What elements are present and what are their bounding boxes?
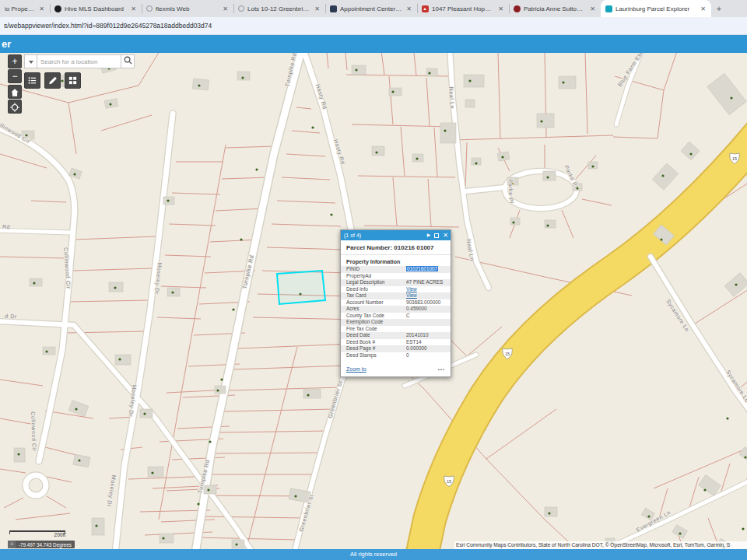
scale-bar: 200ft xyxy=(9,530,65,537)
field-value xyxy=(406,319,451,326)
tab-close-icon[interactable]: ✕ xyxy=(700,5,707,12)
browser-tab[interactable]: Patricia Anne Sutton (3 Lots on✕ xyxy=(509,0,601,17)
svg-text:15: 15 xyxy=(447,479,451,484)
zoom-to-link[interactable]: Zoom to xyxy=(346,366,366,372)
field-value: EST14 xyxy=(406,339,451,346)
field-value: 903683.000000 xyxy=(406,299,451,306)
basemap-button[interactable] xyxy=(65,72,81,89)
street-label: d Dr xyxy=(5,313,17,320)
zoom-out-button[interactable]: − xyxy=(8,69,22,83)
tab-title: Laurinburg Parcel Explorer xyxy=(615,5,696,12)
popup-row: PINID01021601007 xyxy=(341,266,451,273)
tab-close-icon[interactable]: ✕ xyxy=(222,5,229,12)
svg-text:15: 15 xyxy=(732,156,737,161)
street-label: Parke Pl xyxy=(507,179,514,203)
popup-row: Acres0.459000 xyxy=(341,306,451,313)
field-label: Fire Tax Code xyxy=(341,326,406,333)
basemap-grid-icon xyxy=(67,75,79,86)
legend-button[interactable] xyxy=(24,72,40,89)
tab-favicon xyxy=(422,5,429,12)
deed-info-link[interactable]: View xyxy=(406,286,417,292)
new-tab-button[interactable]: + xyxy=(711,0,727,17)
search-button[interactable] xyxy=(121,54,135,68)
tab-close-icon[interactable]: ✕ xyxy=(38,5,45,12)
scale-bar-label: 200ft xyxy=(9,532,65,537)
more-actions-icon[interactable]: ••• xyxy=(438,367,445,372)
app-title: er xyxy=(0,38,11,50)
selected-parcel-outline[interactable] xyxy=(277,271,325,304)
tab-favicon xyxy=(54,5,61,12)
highlighted-value: 01021601007 xyxy=(406,266,438,271)
popup-row: Deed Book #EST14 xyxy=(341,339,451,346)
tab-close-icon[interactable]: ✕ xyxy=(589,5,596,12)
browser-tab[interactable]: io Property Mana✕ xyxy=(0,0,50,17)
popup-title: Parcel Number: 010216 01007 xyxy=(341,240,451,255)
pencil-icon xyxy=(47,75,58,86)
browser-tab[interactable]: Lots 10-12 Greenbrier Street 10✕ xyxy=(233,0,325,17)
crosshair-icon[interactable]: + xyxy=(8,541,16,548)
popup-row: Account Number903683.000000 xyxy=(341,299,451,306)
tab-favicon xyxy=(330,5,337,12)
search-icon xyxy=(123,55,133,65)
popup-section-title: Property Information xyxy=(341,255,451,266)
popup-next-icon[interactable]: ▶ xyxy=(427,230,431,240)
popup-row: Deed Date20141010 xyxy=(341,332,451,339)
tab-close-icon[interactable]: ✕ xyxy=(314,5,321,12)
search-dropdown-button[interactable] xyxy=(24,54,37,68)
field-label: County Tax Code xyxy=(341,313,406,320)
locate-button[interactable] xyxy=(8,100,22,114)
browser-tab[interactable]: 1047 Pleasant Hope Rd, Fairmo✕ xyxy=(417,0,509,17)
tab-close-icon[interactable]: ✕ xyxy=(405,5,412,12)
field-label: PropertyAd xyxy=(341,273,406,280)
tab-title: 1047 Pleasant Hope Rd, Fairmo xyxy=(432,5,494,12)
zoom-in-button[interactable]: + xyxy=(8,54,22,68)
url-bar[interactable]: s/webappviewer/index.html?id=889f012d9e2… xyxy=(0,17,747,35)
tab-title: Patricia Anne Sutton (3 Lots on xyxy=(524,5,586,12)
field-label: Exemption Code xyxy=(341,319,406,326)
popup-row: County Tax CodeC xyxy=(341,313,451,320)
popup-close-icon[interactable]: ✕ xyxy=(443,232,448,239)
app-header: er xyxy=(0,35,747,53)
tab-favicon xyxy=(605,5,612,12)
field-label: Acres xyxy=(341,306,406,313)
tab-title: io Property Mana xyxy=(5,5,35,12)
home-button[interactable] xyxy=(8,85,22,99)
popup-pager: (1 of 4) xyxy=(344,233,424,238)
browser-tab[interactable]: Appointment Center - Staff - S✕ xyxy=(325,0,417,17)
map-viewport[interactable]: Turnpike Rd Hasty Rd Hasty Rd Neal Ln Ne… xyxy=(0,53,747,549)
popup-row: Exemption Code xyxy=(341,319,451,326)
field-label: PINID xyxy=(341,266,406,273)
field-label: Deed Info xyxy=(341,286,406,293)
field-label: Deed Book # xyxy=(341,339,406,346)
field-value: 20141010 xyxy=(406,332,451,339)
parcel-popup: (1 of 4) ▶ ✕ Parcel Number: 010216 01007… xyxy=(340,229,451,377)
popup-header[interactable]: (1 of 4) ▶ ✕ xyxy=(341,230,451,240)
tax-card-link[interactable]: View xyxy=(406,292,417,298)
coordinates-widget: + -79.497 34.743 Degrees xyxy=(8,541,75,548)
field-value: 0.000000 xyxy=(406,345,451,352)
tab-close-icon[interactable]: ✕ xyxy=(497,5,504,12)
browser-tab-bar: io Property Mana✕ Hive MLS Dashboard✕ fl… xyxy=(0,0,747,17)
browser-tab[interactable]: Hive MLS Dashboard✕ xyxy=(50,0,142,17)
tab-title: Lots 10-12 Greenbrier Street 10 xyxy=(247,5,310,12)
browser-tab-active[interactable]: Laurinburg Parcel Explorer✕ xyxy=(601,0,711,17)
field-label: Deed Date xyxy=(341,332,406,339)
popup-row: Deed Stamps0 xyxy=(341,352,451,359)
measure-button[interactable] xyxy=(44,72,61,89)
field-value xyxy=(406,273,451,280)
tab-title: flexmls Web xyxy=(156,5,219,12)
field-label: Legal Description xyxy=(341,279,406,286)
url-text: s/webappviewer/index.html?id=889f012d9e2… xyxy=(0,22,212,30)
popup-row: PropertyAd xyxy=(341,273,451,280)
popup-maximize-icon[interactable] xyxy=(434,233,439,238)
popup-row: Tax CardView xyxy=(341,292,451,299)
tab-close-icon[interactable]: ✕ xyxy=(130,5,137,12)
field-label: Deed Page # xyxy=(341,345,406,352)
search-input[interactable] xyxy=(37,54,121,68)
app-footer: All rights reserved xyxy=(0,549,747,560)
field-value: #7 PINE ACRES xyxy=(406,279,451,286)
popup-row: Legal Description#7 PINE ACRES xyxy=(341,279,451,286)
browser-tab[interactable]: flexmls Web✕ xyxy=(142,0,233,17)
popup-row: Fire Tax Code xyxy=(341,326,451,333)
popup-row: Deed InfoView xyxy=(341,286,451,293)
